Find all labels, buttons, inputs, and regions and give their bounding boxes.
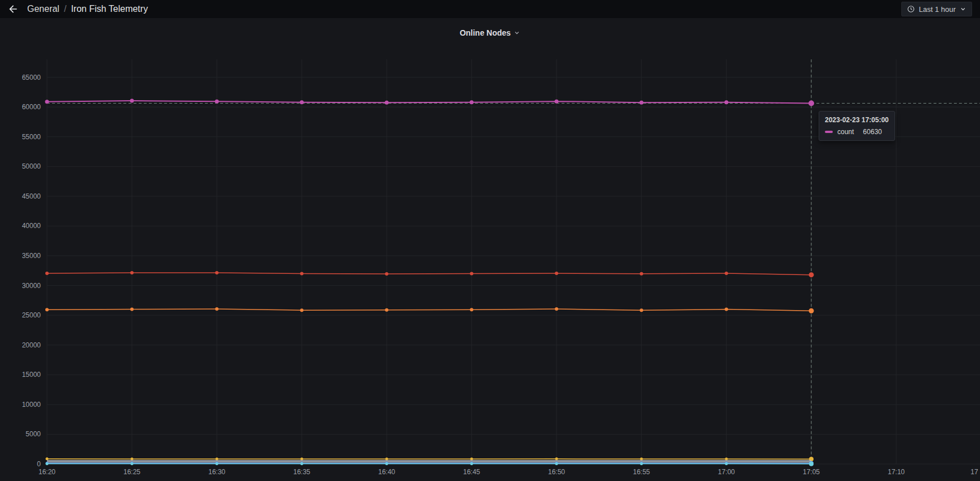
tooltip-series-label: count: [837, 128, 854, 136]
chevron-down-icon: [960, 6, 966, 12]
tooltip-timestamp: 2023-02-23 17:05:00: [825, 116, 889, 124]
svg-text:55000: 55000: [22, 133, 41, 141]
svg-text:60000: 60000: [22, 103, 41, 111]
svg-text:25000: 25000: [22, 311, 41, 319]
svg-text:17:10: 17:10: [888, 468, 905, 476]
svg-text:16:55: 16:55: [633, 468, 650, 476]
svg-text:30000: 30000: [22, 282, 41, 290]
breadcrumb-dashboard-title[interactable]: Iron Fish Telemetry: [71, 4, 148, 14]
tooltip-series-swatch: [825, 131, 833, 133]
panel-title-menu[interactable]: Online Nodes: [0, 18, 980, 48]
chart-tooltip: 2023-02-23 17:05:00 count 60630: [819, 111, 895, 141]
svg-text:16:35: 16:35: [293, 468, 310, 476]
svg-text:40000: 40000: [22, 222, 41, 230]
timeseries-chart[interactable]: 0500010000150002000025000300003500040000…: [0, 0, 980, 481]
svg-text:45000: 45000: [22, 192, 41, 200]
tooltip-series-row: count 60630: [825, 128, 889, 136]
svg-text:15000: 15000: [22, 371, 41, 379]
back-button[interactable]: [6, 2, 20, 16]
svg-text:65000: 65000: [22, 74, 41, 81]
svg-text:35000: 35000: [22, 252, 41, 260]
svg-text:16:20: 16:20: [38, 468, 55, 476]
breadcrumb-separator: /: [64, 4, 66, 14]
top-nav-bar: General / Iron Fish Telemetry Last 1 hou…: [0, 0, 980, 18]
panel-title: Online Nodes: [460, 28, 511, 37]
svg-text:0: 0: [37, 460, 41, 468]
chevron-down-icon: [513, 29, 520, 36]
breadcrumb-section[interactable]: General: [27, 4, 59, 14]
time-range-picker[interactable]: Last 1 hour: [901, 2, 972, 16]
breadcrumb: General / Iron Fish Telemetry: [27, 4, 148, 14]
arrow-left-icon: [7, 3, 19, 15]
time-range-label: Last 1 hour: [919, 5, 956, 14]
svg-text:16:30: 16:30: [208, 468, 225, 476]
svg-text:10000: 10000: [22, 401, 41, 409]
svg-text:16:25: 16:25: [123, 468, 140, 476]
svg-text:16:50: 16:50: [548, 468, 565, 476]
svg-text:17:05: 17:05: [803, 468, 820, 476]
svg-text:16:40: 16:40: [378, 468, 395, 476]
svg-text:5000: 5000: [25, 430, 41, 438]
svg-text:16:45: 16:45: [463, 468, 480, 476]
clock-icon: [907, 5, 915, 13]
svg-text:17:00: 17:00: [718, 468, 735, 476]
svg-text:50000: 50000: [22, 162, 41, 170]
svg-text:17: 17: [970, 468, 978, 476]
svg-text:20000: 20000: [22, 341, 41, 349]
tooltip-series-value: 60630: [863, 128, 881, 136]
